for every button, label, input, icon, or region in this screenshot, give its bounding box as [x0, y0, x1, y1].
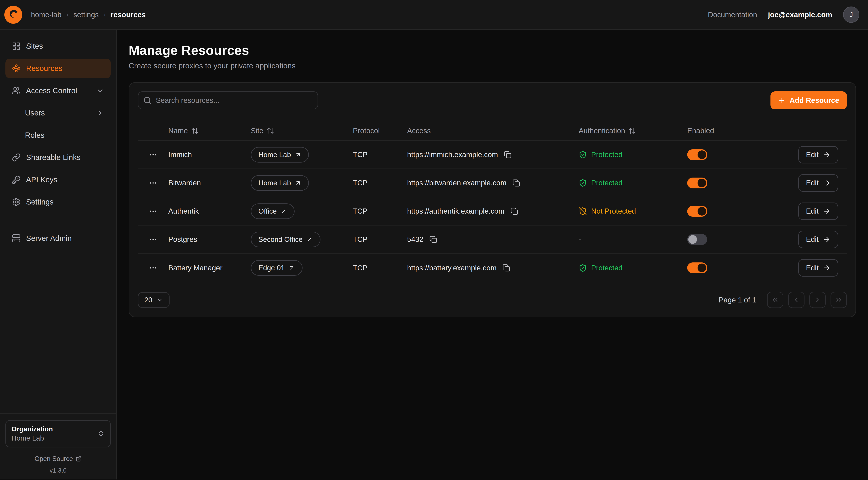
- app-logo-icon[interactable]: [4, 6, 22, 24]
- row-menu-button[interactable]: [147, 177, 160, 189]
- sidebar-item-label: Access Control: [26, 86, 77, 95]
- enabled-toggle[interactable]: [687, 234, 707, 245]
- pagination: 20 Page 1 of 1: [138, 292, 847, 308]
- enabled-toggle[interactable]: [687, 149, 707, 160]
- enabled-toggle[interactable]: [687, 206, 707, 217]
- breadcrumb: home-lab › settings › resources: [31, 10, 146, 19]
- resource-protocol: TCP: [353, 264, 407, 272]
- column-header-authentication: Authentication: [579, 126, 687, 135]
- sidebar-item-label: Shareable Links: [26, 153, 81, 162]
- sidebar-item-label: Server Admin: [26, 234, 72, 243]
- copy-icon: [510, 207, 518, 215]
- sidebar-item-shareable-links[interactable]: Shareable Links: [5, 148, 111, 167]
- table-row: Authentik Office TCP https://authentik.e…: [138, 197, 847, 226]
- arrow-right-icon: [823, 207, 831, 215]
- add-resource-button[interactable]: Add Resource: [771, 91, 847, 109]
- chevrons-right-icon: [835, 296, 842, 304]
- column-header-name: Name: [168, 126, 251, 135]
- resource-access-url: https://immich.example.com: [407, 150, 498, 159]
- sidebar-item-server-admin[interactable]: Server Admin: [5, 229, 111, 248]
- sidebar-item-resources[interactable]: Resources: [5, 59, 111, 78]
- sort-icon[interactable]: [191, 127, 199, 134]
- copy-button[interactable]: [509, 206, 519, 216]
- edit-button[interactable]: Edit: [798, 203, 838, 220]
- chevron-right-icon: [814, 296, 821, 304]
- column-header-site: Site: [251, 126, 353, 135]
- resource-name: Immich: [168, 150, 251, 159]
- enabled-toggle[interactable]: [687, 178, 707, 188]
- copy-button[interactable]: [428, 235, 438, 244]
- chevrons-left-icon: [771, 296, 779, 304]
- column-header-protocol: Protocol: [353, 126, 407, 135]
- documentation-link[interactable]: Documentation: [708, 10, 757, 19]
- copy-button[interactable]: [512, 178, 521, 188]
- resource-access-url: https://bitwarden.example.com: [407, 179, 506, 187]
- chevron-right-icon: [96, 109, 104, 117]
- row-menu-button[interactable]: [147, 205, 160, 218]
- breadcrumb-settings[interactable]: settings: [73, 10, 99, 19]
- arrow-right-icon: [823, 236, 831, 243]
- shield-off-icon: [579, 207, 587, 215]
- sidebar-item-label: Users: [25, 109, 45, 117]
- edit-button[interactable]: Edit: [798, 174, 838, 192]
- row-menu-button[interactable]: [147, 233, 160, 246]
- row-menu-button[interactable]: [147, 261, 160, 274]
- ellipsis-icon: [149, 150, 157, 159]
- table-row: Battery Manager Edge 01 TCP https://batt…: [138, 254, 847, 282]
- sort-icon[interactable]: [267, 127, 274, 134]
- add-resource-label: Add Resource: [789, 96, 839, 104]
- sort-icon[interactable]: [628, 127, 636, 134]
- page-size-select[interactable]: 20: [138, 292, 169, 308]
- copy-button[interactable]: [503, 150, 513, 160]
- sidebar-item-roles[interactable]: Roles: [5, 125, 111, 145]
- avatar[interactable]: J: [843, 6, 859, 23]
- next-page-button[interactable]: [809, 292, 826, 308]
- last-page-button[interactable]: [831, 292, 847, 308]
- arrow-up-right-icon: [295, 180, 301, 186]
- edit-button[interactable]: Edit: [798, 146, 838, 163]
- server-icon: [12, 234, 21, 243]
- site-link-button[interactable]: Second Office: [251, 232, 320, 247]
- resource-access-port: 5432: [407, 235, 424, 244]
- organization-selector[interactable]: Organization Home Lab: [5, 420, 111, 447]
- resources-toolbar: Add Resource: [138, 91, 847, 109]
- search-icon: [143, 96, 151, 104]
- user-email[interactable]: joe@example.com: [768, 10, 832, 19]
- page-title: Manage Resources: [129, 43, 856, 58]
- breadcrumb-home-lab[interactable]: home-lab: [31, 10, 62, 19]
- open-source-label: Open Source: [35, 455, 73, 462]
- authentication-status: Not Protected: [579, 207, 687, 215]
- shield-check-icon: [579, 179, 587, 187]
- site-link-button[interactable]: Home Lab: [251, 147, 309, 162]
- sidebar-item-settings[interactable]: Settings: [5, 192, 111, 212]
- edit-button[interactable]: Edit: [798, 231, 838, 248]
- table-row: Bitwarden Home Lab TCP https://bitwarden…: [138, 169, 847, 197]
- sidebar-item-label: API Keys: [26, 175, 57, 184]
- sidebar-item-users[interactable]: Users: [5, 103, 111, 123]
- site-link-button[interactable]: Office: [251, 204, 294, 219]
- copy-button[interactable]: [501, 263, 511, 273]
- open-source-link[interactable]: Open Source: [5, 455, 111, 462]
- ellipsis-icon: [149, 264, 157, 272]
- sidebar-item-access-control[interactable]: Access Control: [5, 81, 111, 100]
- previous-page-button[interactable]: [788, 292, 805, 308]
- resources-table: Name Site Protocol Access Authentication…: [138, 121, 847, 282]
- resources-card: Add Resource Name Site Protocol: [129, 82, 856, 317]
- site-link-button[interactable]: Edge 01: [251, 260, 303, 276]
- enabled-toggle[interactable]: [687, 263, 707, 273]
- key-icon: [12, 175, 21, 184]
- chevron-down-icon: [96, 87, 104, 95]
- breadcrumb-resources[interactable]: resources: [111, 10, 146, 19]
- edit-button[interactable]: Edit: [798, 259, 838, 276]
- authentication-status: Protected: [579, 179, 687, 187]
- row-menu-button[interactable]: [147, 148, 160, 161]
- search-input[interactable]: [138, 91, 318, 109]
- app-version: v1.3.0: [5, 467, 111, 474]
- sidebar-item-api-keys[interactable]: API Keys: [5, 170, 111, 189]
- first-page-button[interactable]: [767, 292, 783, 308]
- external-link-icon: [75, 456, 82, 462]
- sidebar-item-sites[interactable]: Sites: [5, 36, 111, 56]
- resource-access-url: https://battery.example.com: [407, 264, 497, 272]
- authentication-status: -: [579, 235, 687, 244]
- site-link-button[interactable]: Home Lab: [251, 175, 309, 191]
